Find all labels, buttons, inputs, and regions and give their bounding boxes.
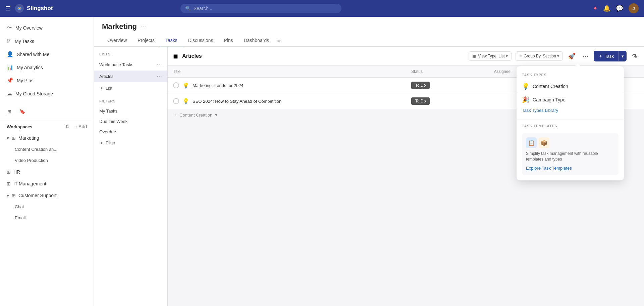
group-by-label: Group By [524, 54, 541, 58]
filter-item-my-tasks[interactable]: My Tasks [94, 106, 167, 116]
plus-icon: ＋ [173, 112, 177, 118]
slingshot-logo [15, 4, 24, 13]
workspace-sub-item-content-creation[interactable]: Content Creation an... ⋯ [0, 144, 94, 155]
sparkle-icon[interactable]: ✦ [593, 5, 598, 12]
workspaces-sort-button[interactable]: ⇅ [64, 123, 71, 130]
status-badge[interactable]: To Do [411, 97, 430, 105]
task-toolbar-title: Articles [182, 53, 465, 59]
list-item-more-icon[interactable]: ⋯ [157, 73, 162, 80]
top-nav: ☰ Slingshot 🔍 ✦ 🔔 💬 J [0, 0, 644, 17]
task-types-section-label: TASK TYPES [517, 72, 624, 80]
task-types-library-link[interactable]: Task Types Library [517, 106, 624, 117]
sub-item-name: Chat [15, 204, 80, 209]
tab-discussions[interactable]: Discussions [183, 35, 219, 46]
task-toolbar: ◼ Articles ▦ View Type List ▾ ≡ Group By [168, 47, 644, 66]
task-type-icon: 💡 [182, 98, 189, 104]
search-bar[interactable]: 🔍 [180, 4, 341, 13]
avatar[interactable]: J [629, 3, 639, 13]
section-name: Content Creation [179, 113, 212, 118]
workspace-sub-item-video-production[interactable]: Video Production ⋯ [0, 155, 94, 166]
filter-label: Due this Week [99, 119, 127, 124]
list-item-more-icon[interactable]: ⋯ [157, 61, 162, 68]
page-more-button[interactable]: ⋯ [140, 23, 146, 30]
list-item-workspace-tasks[interactable]: Workspace Tasks ⋯ [94, 59, 167, 71]
workspace-name: HR [13, 169, 80, 175]
view-type-value: List ▾ [498, 54, 508, 58]
workspaces-add-button[interactable]: + Add [73, 123, 88, 130]
explore-templates-link[interactable]: Explore Task Templates [526, 166, 572, 171]
search-input[interactable] [194, 6, 337, 11]
sidebar-item-my-tasks[interactable]: ☑ My Tasks [0, 35, 94, 48]
tab-pins[interactable]: Pins [218, 35, 238, 46]
view-type-label: View Type [478, 54, 496, 58]
dropdown-item-label: Content Creation [533, 84, 568, 89]
list-item-articles[interactable]: Articles ⋯ [94, 71, 167, 82]
analytics-icon: 📊 [7, 64, 13, 71]
filters-section-label: FILTERS [94, 94, 167, 106]
tab-projects[interactable]: Projects [132, 35, 160, 46]
view-type-button[interactable]: ▦ View Type List ▾ [469, 51, 512, 61]
status-badge[interactable]: To Do [411, 82, 430, 89]
sidebar-item-shared-with-me[interactable]: 👤 Shared with Me [0, 48, 94, 61]
workspace-sub-item-chat[interactable]: Chat ⋯ [0, 201, 94, 212]
filter-item-due-this-week[interactable]: Due this Week [94, 116, 167, 127]
overview-icon: 〜 [7, 24, 12, 31]
workspace-name: Customer Support [18, 193, 80, 198]
sidebar-item-my-pins[interactable]: 📌 My Pins [0, 74, 94, 87]
workspace-expand-icon: ▾ [7, 193, 9, 198]
tab-tasks[interactable]: Tasks [160, 35, 183, 46]
add-task-button[interactable]: ＋ Task ▾ [594, 51, 627, 61]
filter-button[interactable]: ⚗ [631, 51, 639, 61]
edit-icon[interactable]: ✏ [277, 38, 281, 44]
notification-icon[interactable]: 🔔 [603, 5, 610, 12]
task-checkbox[interactable] [173, 82, 179, 88]
left-sidebar: 〜 My Overview ☑ My Tasks 👤 Shared with M… [0, 17, 94, 306]
chat-icon[interactable]: 💬 [616, 5, 623, 12]
hamburger-icon[interactable]: ☰ [5, 5, 11, 12]
section-expand-button[interactable]: ▾ [215, 112, 217, 118]
workspace-item-customer-support[interactable]: ▾ ⊞ Customer Support ⋯ [0, 189, 94, 201]
workspace-item-marketing[interactable]: ▾ ⊞ Marketing ⋯ [0, 132, 94, 144]
add-list-button[interactable]: ＋ List [94, 82, 167, 94]
logo-area: Slingshot [15, 4, 53, 13]
task-title[interactable]: SEO 2024: How to Stay Ahead of Competiti… [193, 99, 281, 104]
add-section-task-button[interactable]: ＋ Content Creation [173, 112, 212, 118]
tasks-icon: ☑ [7, 38, 11, 44]
add-filter-button[interactable]: ＋ Filter [94, 137, 167, 148]
tab-overview[interactable]: Overview [102, 35, 132, 46]
task-type-icon: 💡 [182, 82, 189, 89]
main-content-row: LISTS Workspace Tasks ⋯ Articles ⋯ ＋ Lis… [94, 47, 644, 306]
workspace-sub-item-email[interactable]: Email ⋯ [0, 212, 94, 223]
task-title-cell: 💡 Marketing Trends for 2024 [173, 82, 400, 89]
page-tabs: Overview Projects Tasks Discussions Pins… [102, 35, 636, 46]
workspace-item-hr[interactable]: ⊞ HR ⋯ [0, 166, 94, 178]
group-by-button[interactable]: ≡ Group By Section ▾ [516, 51, 563, 61]
tab-dashboards[interactable]: Dashboards [238, 35, 275, 46]
dropdown-panel: TASK TYPES 💡 Content Creation 🎉 Campaign… [517, 66, 624, 180]
list-item-name: Workspace Tasks [99, 62, 155, 67]
sidebar-item-my-analytics[interactable]: 📊 My Analytics [0, 61, 94, 74]
dropdown-item-campaign-type[interactable]: 🎉 Campaign Type [517, 93, 624, 106]
content-area: Marketing ⋯ Overview Projects Tasks Disc… [94, 17, 644, 306]
sidebar-bookmark-tab[interactable]: 🔖 [16, 107, 29, 116]
task-checkbox[interactable] [173, 98, 179, 104]
sidebar-layers-tab[interactable]: ⊞ [4, 107, 15, 116]
task-area: ◼ Articles ▦ View Type List ▾ ≡ Group By [168, 47, 644, 306]
rocket-button[interactable]: 🚀 [567, 51, 577, 61]
task-title[interactable]: Marketing Trends for 2024 [193, 83, 244, 88]
filter-label: Overdue [99, 129, 116, 134]
more-options-button[interactable]: ⋯ [581, 51, 590, 61]
task-list-icon: ◼ [173, 52, 178, 60]
dropdown-item-label: Campaign Type [533, 97, 566, 102]
sub-item-name: Email [15, 215, 80, 220]
sidebar-item-my-overview[interactable]: 〜 My Overview [0, 21, 94, 35]
add-task-main[interactable]: ＋ Task [594, 51, 619, 61]
add-task-arrow[interactable]: ▾ [619, 51, 627, 61]
filter-item-overdue[interactable]: Overdue [94, 127, 167, 137]
dropdown-item-content-creation[interactable]: 💡 Content Creation [517, 80, 624, 93]
workspace-item-it-management[interactable]: ⊞ IT Management ⋯ [0, 178, 94, 189]
workspaces-title: Workspaces [7, 124, 61, 129]
sidebar-section-tabs: ⊞ 🔖 [0, 104, 94, 119]
sidebar-item-label: My Tasks [15, 39, 34, 44]
sidebar-item-my-cloud-storage[interactable]: ☁ My Cloud Storage [0, 87, 94, 100]
